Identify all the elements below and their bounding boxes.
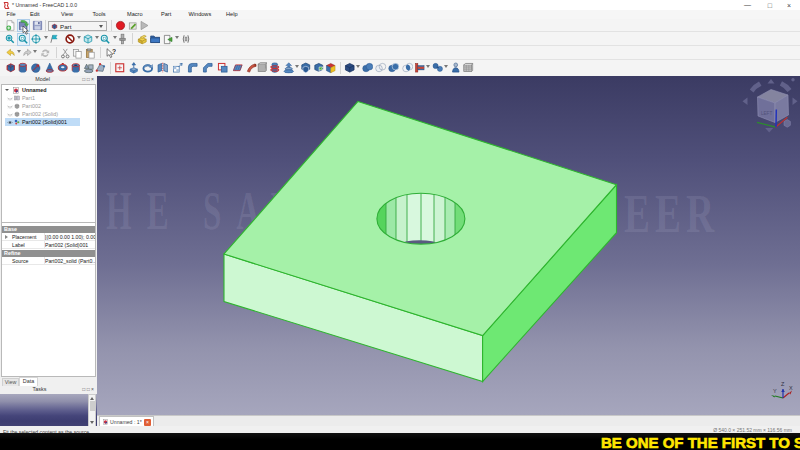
svg-text:LEFT: LEFT [761,111,772,116]
svg-text:Y: Y [773,388,777,394]
svg-text:Z: Z [781,381,785,387]
svg-text:X: X [789,385,793,391]
